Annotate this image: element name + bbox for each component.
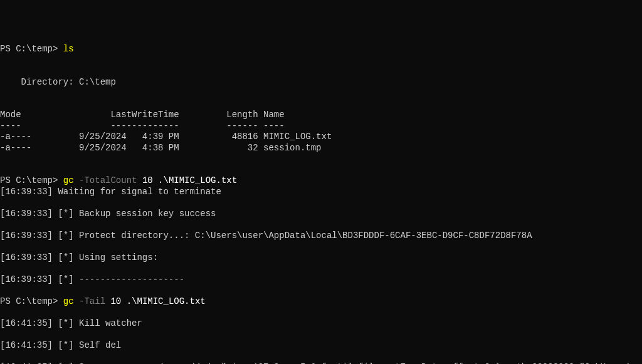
- terminal-output[interactable]: PS C:\temp> ls Directory: C:\temp Mode L…: [0, 44, 642, 364]
- terminal-segment: PS C:\temp>: [0, 296, 63, 306]
- terminal-line: PS C:\temp> gc -Tail 10 .\MIMIC_LOG.txt: [0, 296, 642, 308]
- terminal-line: [0, 219, 642, 231]
- terminal-segment: [16:39:33] Waiting for signal to termina…: [0, 187, 221, 197]
- terminal-line: [0, 263, 642, 274]
- terminal-segment: -TotalCount: [79, 175, 142, 185]
- terminal-line: [16:41:35] [*] Self del: [0, 340, 642, 351]
- terminal-line: [0, 165, 642, 176]
- terminal-line: [16:39:33] [*] --------------------: [0, 274, 642, 286]
- terminal-line: [16:39:33] [*] Protect directory...: C:\…: [0, 231, 642, 242]
- terminal-line: [16:39:33] [*] Backup session key succes…: [0, 209, 642, 220]
- terminal-segment: [16:41:35] [+] Success run: cmd.exe /d /…: [0, 362, 642, 365]
- terminal-segment: [16:39:33] [*] Protect directory...: C:\…: [0, 231, 532, 241]
- terminal-line: Mode LastWriteTime Length Name: [0, 110, 642, 121]
- terminal-segment: .\MIMIC_LOG.txt: [158, 175, 237, 185]
- terminal-line: [0, 66, 642, 77]
- terminal-segment: ls: [63, 44, 74, 54]
- terminal-line: [16:41:35] [*] Kill watcher: [0, 318, 642, 330]
- terminal-line: [0, 285, 642, 296]
- terminal-line: [0, 351, 642, 362]
- terminal-segment: -a---- 9/25/2024 4:38 PM 32 session.tmp: [0, 143, 321, 153]
- terminal-segment: -Tail: [79, 296, 110, 306]
- terminal-segment: PS C:\temp>: [0, 175, 63, 185]
- terminal-segment: gc: [63, 296, 79, 306]
- terminal-line: [0, 99, 642, 110]
- terminal-line: PS C:\temp> ls: [0, 44, 642, 55]
- terminal-segment: [16:41:35] [*] Kill watcher: [0, 318, 142, 328]
- terminal-segment: .\MIMIC_LOG.txt: [127, 296, 206, 306]
- terminal-line: [16:39:33] [*] Using settings:: [0, 252, 642, 264]
- terminal-segment: gc: [63, 175, 79, 185]
- terminal-line: [16:39:33] Waiting for signal to termina…: [0, 187, 642, 198]
- terminal-segment: Directory: C:\temp: [0, 77, 116, 87]
- terminal-segment: PS C:\temp>: [0, 44, 63, 54]
- terminal-line: [0, 329, 642, 340]
- terminal-line: PS C:\temp> gc -TotalCount 10 .\MIMIC_LO…: [0, 175, 642, 187]
- terminal-segment: 10: [142, 175, 158, 185]
- terminal-segment: Mode LastWriteTime Length Name: [0, 110, 285, 120]
- terminal-segment: [16:39:33] [*] Backup session key succes…: [0, 209, 216, 219]
- terminal-line: [0, 55, 642, 66]
- terminal-segment: [16:41:35] [*] Self del: [0, 340, 121, 350]
- terminal-line: [0, 197, 642, 209]
- terminal-segment: ---- ------------- ------ ----: [0, 121, 285, 131]
- terminal-line: -a---- 9/25/2024 4:39 PM 48816 MIMIC_LOG…: [0, 132, 642, 143]
- terminal-line: [0, 307, 642, 318]
- terminal-line: -a---- 9/25/2024 4:38 PM 32 session.tmp: [0, 143, 642, 154]
- terminal-segment: 10: [110, 296, 126, 306]
- terminal-line: [0, 88, 642, 99]
- terminal-segment: -a---- 9/25/2024 4:39 PM 48816 MIMIC_LOG…: [0, 132, 332, 142]
- terminal-line: ---- ------------- ------ ----: [0, 121, 642, 132]
- terminal-segment: [16:39:33] [*] Using settings:: [0, 252, 158, 263]
- terminal-segment: [16:39:33] [*] --------------------: [0, 274, 184, 284]
- terminal-line: Directory: C:\temp: [0, 77, 642, 88]
- terminal-line: [16:41:35] [+] Success run: cmd.exe /d /…: [0, 362, 642, 365]
- terminal-line: [0, 241, 642, 252]
- terminal-line: [0, 153, 642, 165]
